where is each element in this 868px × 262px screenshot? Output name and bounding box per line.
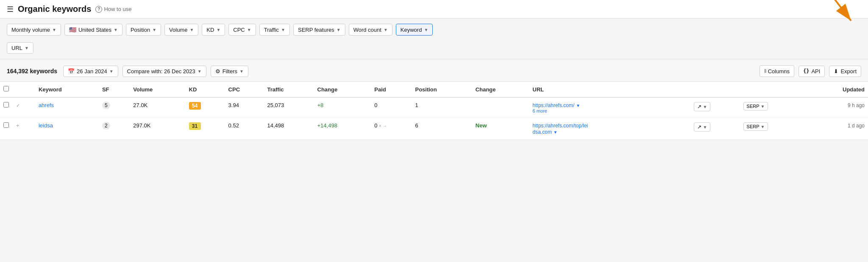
row2-kd-badge: 31 bbox=[189, 122, 201, 130]
position-col-label: Position bbox=[415, 86, 437, 93]
dropdown-arrow-icon[interactable]: ▼ bbox=[576, 103, 580, 108]
row1-more-text[interactable]: 6 more bbox=[533, 108, 687, 113]
how-to-use-link[interactable]: ? How to use bbox=[95, 6, 131, 13]
url-col-label: URL bbox=[533, 86, 544, 93]
columns-button[interactable]: ⦀ Columns bbox=[760, 65, 794, 77]
updated-col-header[interactable]: Updated bbox=[807, 82, 868, 97]
row1-checkbox-cell[interactable] bbox=[0, 97, 13, 118]
export-button[interactable]: ⬇ Export bbox=[829, 66, 861, 77]
kd-col-header[interactable]: KD bbox=[186, 82, 225, 97]
paid-col-label: Paid bbox=[374, 86, 386, 93]
row2-keyword-cell: leidsa bbox=[35, 118, 99, 140]
kd-label: KD bbox=[206, 27, 214, 33]
row1-traffic-value: 25,073 bbox=[267, 102, 284, 108]
row2-position-change-value: New bbox=[476, 122, 487, 129]
dropdown-arrow-icon: ▼ bbox=[198, 69, 202, 74]
cpc-label: CPC bbox=[233, 27, 245, 33]
traffic-col-label: Traffic bbox=[267, 86, 284, 93]
row2-status-cell: + bbox=[13, 118, 35, 140]
graph-col-header bbox=[690, 82, 740, 97]
row2-keyword-link[interactable]: leidsa bbox=[39, 122, 53, 129]
row1-status-cell: ✓ bbox=[13, 97, 35, 118]
row2-graph-button[interactable]: ↗ ▼ bbox=[694, 122, 710, 132]
position-col-header[interactable]: Position bbox=[412, 82, 472, 97]
columns-icon: ⦀ bbox=[764, 68, 766, 74]
row2-updated-cell: 1 d ago bbox=[807, 118, 868, 140]
row1-graph-button[interactable]: ↗ ▼ bbox=[694, 102, 710, 111]
row1-graph-cell: ↗ ▼ bbox=[690, 97, 740, 118]
compare-label: Compare with: 26 Dec 2023 bbox=[127, 68, 195, 74]
keyword-filter[interactable]: Keyword ▼ bbox=[396, 24, 433, 36]
row1-serp-cell: SERP ▼ bbox=[740, 97, 807, 118]
filters-bar: Monthly volume ▼ 🇺🇸 United States ▼ Posi… bbox=[0, 19, 868, 59]
header: ☰ Organic keywords ? How to use bbox=[0, 0, 868, 19]
dropdown-arrow-icon: ▼ bbox=[247, 28, 251, 32]
monthly-volume-label: Monthly volume bbox=[11, 27, 50, 33]
api-button[interactable]: {} API bbox=[798, 66, 825, 77]
table-row: + leidsa 2 297.0K 31 0.52 14,498 bbox=[0, 118, 868, 140]
row2-position-change-cell: New bbox=[472, 118, 529, 140]
monthly-volume-filter[interactable]: Monthly volume ▼ bbox=[7, 24, 61, 36]
dropdown-arrow-icon: ▼ bbox=[281, 28, 285, 32]
row1-keyword-link[interactable]: ahrefs bbox=[39, 102, 54, 108]
dropdown-arrow-icon[interactable]: ▼ bbox=[554, 130, 558, 135]
filters-button[interactable]: ⚙ Filters ▼ bbox=[211, 66, 248, 77]
row2-updated-value: 1 d ago bbox=[848, 123, 865, 129]
row2-paid-value: 0 bbox=[374, 122, 377, 129]
traffic-filter[interactable]: Traffic ▼ bbox=[259, 24, 290, 36]
us-flag-icon: 🇺🇸 bbox=[69, 26, 76, 33]
url-filter[interactable]: URL ▼ bbox=[7, 42, 33, 54]
graph-icon: ↗ bbox=[697, 104, 701, 110]
row2-sf-cell: 2 bbox=[99, 118, 130, 140]
position-label: Position bbox=[131, 27, 150, 33]
row2-url-link[interactable]: https://ahrefs.com/top/lei bbox=[533, 123, 588, 129]
keyword-col-label: Keyword bbox=[39, 86, 62, 93]
change-col-header[interactable]: Change bbox=[314, 82, 371, 97]
row1-serp-button[interactable]: SERP ▼ bbox=[743, 102, 768, 110]
volume-col-header[interactable]: Volume bbox=[130, 82, 185, 97]
cpc-col-header[interactable]: CPC bbox=[225, 82, 264, 97]
cpc-filter[interactable]: CPC ▼ bbox=[228, 24, 256, 36]
keyword-col-header[interactable]: Keyword bbox=[35, 82, 99, 97]
dropdown-arrow-icon: ▼ bbox=[761, 104, 765, 109]
volume-filter[interactable]: Volume ▼ bbox=[164, 24, 198, 36]
position-filter[interactable]: Position ▼ bbox=[126, 24, 161, 36]
url-col-header[interactable]: URL bbox=[529, 82, 691, 97]
united-states-filter[interactable]: 🇺🇸 United States ▼ bbox=[64, 24, 122, 36]
kd-filter[interactable]: KD ▼ bbox=[202, 24, 225, 36]
position-change-col-header[interactable]: Change bbox=[472, 82, 529, 97]
traffic-col-header[interactable]: Traffic bbox=[264, 82, 314, 97]
calendar-icon: 📅 bbox=[68, 68, 75, 74]
row1-change-cell: +8 bbox=[314, 97, 371, 118]
date-picker-button[interactable]: 📅 26 Jan 2024 ▼ bbox=[63, 66, 118, 77]
paid-col-header[interactable]: Paid bbox=[371, 82, 412, 97]
row2-change-value: +14,498 bbox=[317, 122, 337, 129]
row2-serp-button[interactable]: SERP ▼ bbox=[743, 122, 768, 131]
row1-updated-value: 9 h ago bbox=[848, 102, 865, 108]
row1-sf-value: 5 bbox=[102, 102, 110, 109]
select-all-checkbox-cell[interactable] bbox=[0, 82, 13, 97]
compare-button[interactable]: Compare with: 26 Dec 2023 ▼ bbox=[122, 66, 206, 77]
serp-label: SERP bbox=[747, 104, 760, 109]
row1-url-link[interactable]: https://ahrefs.com/ bbox=[533, 102, 575, 108]
row2-checkbox[interactable] bbox=[3, 122, 9, 128]
serp-features-filter[interactable]: SERP features ▼ bbox=[293, 24, 345, 36]
row2-url-link-cont[interactable]: dsa.com bbox=[533, 129, 552, 135]
help-circle-icon: ? bbox=[95, 6, 102, 13]
position-change-col-label: Change bbox=[476, 86, 496, 93]
select-all-checkbox[interactable] bbox=[3, 86, 9, 91]
word-count-label: Word count bbox=[353, 27, 381, 33]
dropdown-arrow-icon: ▼ bbox=[384, 28, 388, 32]
row2-serp-cell: SERP ▼ bbox=[740, 118, 807, 140]
row2-traffic-value: 14,498 bbox=[267, 122, 284, 129]
row2-checkbox-cell[interactable] bbox=[0, 118, 13, 140]
word-count-filter[interactable]: Word count ▼ bbox=[349, 24, 392, 36]
row2-cpc-value: 0.52 bbox=[228, 122, 239, 129]
hamburger-menu-icon[interactable]: ☰ bbox=[7, 5, 14, 14]
keyword-label: Keyword bbox=[401, 27, 422, 33]
sf-col-header[interactable]: SF bbox=[99, 82, 130, 97]
row1-checkbox[interactable] bbox=[3, 102, 9, 108]
api-icon: {} bbox=[803, 68, 809, 74]
row2-position-value: 6 bbox=[415, 122, 418, 129]
serp-features-label: SERP features bbox=[298, 27, 334, 33]
